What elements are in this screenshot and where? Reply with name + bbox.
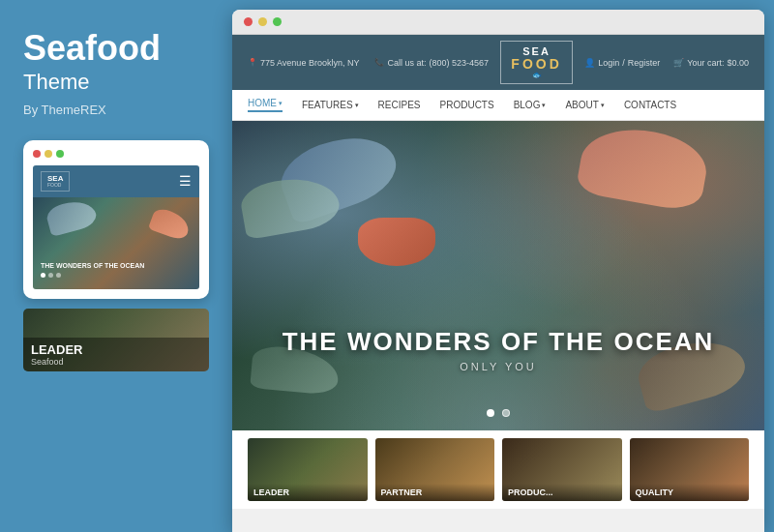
- hero-dot-1[interactable]: [487, 409, 494, 417]
- mobile-dot-3: [56, 273, 61, 278]
- topbar-cart[interactable]: 🛒 Your cart: $0.00: [673, 58, 749, 68]
- topbar-login[interactable]: 👤 Login / Register: [584, 58, 660, 68]
- chrome-dot-yellow[interactable]: [258, 17, 267, 26]
- location-icon: 📍: [248, 58, 257, 67]
- mobile-hero-overlay: THE WONDERS OF THE OCEAN: [41, 262, 192, 278]
- mobile-logo: SEA FOOD: [41, 171, 70, 192]
- nav-features[interactable]: FEATURES ▾: [302, 98, 359, 112]
- nav-products[interactable]: PRODUCTS: [440, 98, 494, 112]
- hero-content: THE WONDERS OF THE OCEAN ONLY YOU: [232, 327, 764, 372]
- thumbnail-3[interactable]: PRODUC...: [502, 438, 622, 501]
- mobile-dot-1: [41, 273, 45, 278]
- browser-chrome: [232, 10, 764, 35]
- window-dots: [33, 150, 199, 158]
- mobile-hero-text: THE WONDERS OF THE OCEAN: [41, 262, 192, 269]
- topbar-right: 👤 Login / Register 🛒 Your cart: $0.00: [584, 58, 749, 68]
- mobile-fish-1: [45, 197, 99, 237]
- dot-green: [56, 150, 64, 158]
- nav-home-arrow: ▾: [279, 100, 283, 107]
- site-logo: SEA FOOD 🐟: [500, 41, 572, 84]
- thumb-label-3: PRODUC...: [508, 488, 616, 497]
- browser-window: 📍 775 Avenue Brooklyn, NY 📞 Call us at: …: [232, 10, 764, 532]
- dot-yellow: [45, 150, 52, 158]
- small-card-sub: Seafood: [31, 357, 201, 367]
- chrome-dot-red[interactable]: [244, 17, 253, 26]
- mobile-fish-2: [148, 206, 193, 242]
- nav-features-arrow: ▾: [355, 102, 359, 109]
- nav-about-arrow: ▾: [601, 102, 605, 109]
- small-preview-card: LEADER Seafood: [23, 309, 209, 371]
- nav-contacts[interactable]: CONTACTS: [624, 98, 676, 112]
- hamburger-icon[interactable]: ☰: [179, 173, 192, 189]
- user-icon: 👤: [584, 58, 595, 68]
- theme-subtitle: Theme: [23, 70, 209, 95]
- thumb-overlay-4: QUALITY: [630, 484, 750, 501]
- mobile-carousel-dots: [41, 273, 192, 278]
- mobile-dot-2: [48, 273, 53, 278]
- topbar-phone: 📞 Call us at: (800) 523-4567: [374, 58, 489, 68]
- nav-about[interactable]: ABOUT ▾: [565, 98, 604, 112]
- cart-icon: 🛒: [673, 58, 684, 68]
- thumb-overlay-2: PARTNER: [375, 484, 495, 501]
- thumb-label-4: QUALITY: [636, 488, 744, 497]
- mobile-hero: THE WONDERS OF THE OCEAN: [33, 197, 199, 289]
- topbar-address: 📍 775 Avenue Brooklyn, NY: [248, 58, 359, 68]
- thumbnail-4[interactable]: QUALITY: [630, 438, 750, 501]
- site-topbar: 📍 775 Avenue Brooklyn, NY 📞 Call us at: …: [232, 35, 764, 90]
- thumbnail-2[interactable]: PARTNER: [375, 438, 495, 501]
- nav-blog-arrow: ▾: [542, 102, 546, 109]
- dot-red: [33, 150, 41, 158]
- by-line: By ThemeREX: [23, 103, 209, 117]
- thumb-overlay-1: LEADER: [248, 484, 368, 501]
- nav-blog[interactable]: BLOG ▾: [514, 98, 547, 112]
- nav-home[interactable]: HOME ▾: [248, 98, 283, 112]
- site-thumbnails: LEADER PARTNER PRODUC... QUALITY: [232, 430, 764, 509]
- site-nav: HOME ▾ FEATURES ▾ RECIPES PRODUCTS BLOG …: [232, 90, 764, 121]
- left-panel: Seafood Theme By ThemeREX SEA FOOD ☰ THE…: [0, 0, 232, 532]
- mobile-nav: SEA FOOD ☰: [33, 165, 199, 197]
- hero-carousel-dots: [232, 409, 764, 417]
- thumb-overlay-3: PRODUC...: [502, 484, 622, 501]
- thumb-label-1: LEADER: [253, 488, 362, 497]
- thumbnail-1[interactable]: LEADER: [248, 438, 368, 501]
- phone-icon: 📞: [374, 58, 384, 67]
- hero-title: THE WONDERS OF THE OCEAN: [232, 327, 764, 357]
- site-hero: THE WONDERS OF THE OCEAN ONLY YOU: [232, 121, 764, 430]
- hero-crab: [358, 218, 435, 266]
- small-card-overlay: LEADER Seafood: [23, 338, 209, 371]
- hero-subtitle: ONLY YOU: [232, 361, 764, 372]
- nav-recipes[interactable]: RECIPES: [378, 98, 421, 112]
- small-card-title: LEADER: [31, 342, 201, 357]
- mobile-preview-card: SEA FOOD ☰ THE WONDERS OF THE OCEAN: [23, 140, 209, 299]
- site-logo-box: SEA FOOD 🐟: [500, 41, 572, 84]
- website-content: 📍 775 Avenue Brooklyn, NY 📞 Call us at: …: [232, 35, 764, 532]
- chrome-dot-green[interactable]: [273, 17, 282, 26]
- topbar-left: 📍 775 Avenue Brooklyn, NY 📞 Call us at: …: [248, 58, 489, 68]
- thumb-label-2: PARTNER: [381, 488, 490, 497]
- theme-title: Seafood: [23, 29, 209, 68]
- hero-dot-2[interactable]: [502, 409, 510, 417]
